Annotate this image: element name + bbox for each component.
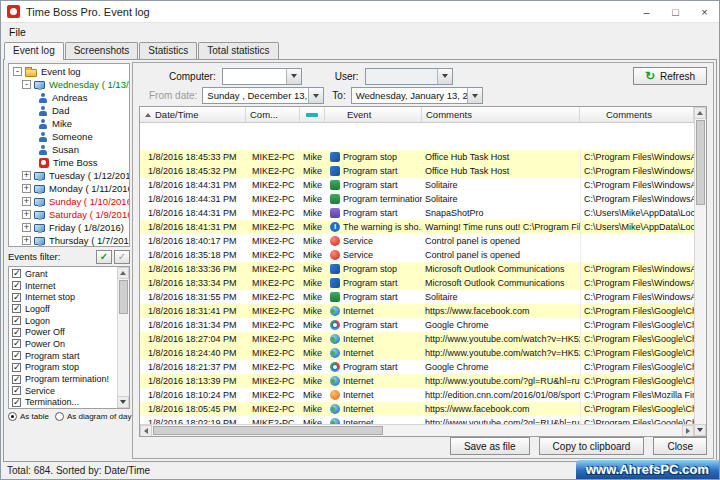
select-all-filters-button[interactable] bbox=[96, 250, 112, 264]
tree-item-event-log[interactable]: -Event log bbox=[9, 65, 129, 78]
filter-checkbox[interactable] bbox=[12, 339, 21, 348]
filter-scrollbar[interactable] bbox=[117, 267, 129, 408]
filter-item-power-off[interactable]: Power Off bbox=[9, 326, 117, 338]
filter-item-logoff[interactable]: Logoff bbox=[9, 303, 117, 315]
event-row[interactable]: 1/8/2016 18:33:34 PMMIKE2-PCMikeProgram … bbox=[140, 276, 694, 290]
computer-select[interactable] bbox=[222, 68, 302, 85]
tree-item-wednesday-1-13-2016[interactable]: -Wednesday ( 1/13/2016) bbox=[9, 78, 129, 91]
tree-expander-icon[interactable]: + bbox=[22, 197, 31, 206]
event-row[interactable]: 1/8/2016 18:31:34 PMMIKE2-PCMikeProgram … bbox=[140, 318, 694, 332]
event-row[interactable]: 1/8/2016 18:44:31 PMMIKE2-PCMikeProgram … bbox=[140, 178, 694, 192]
to-date-picker[interactable]: Wednesday, January 13, 2016 bbox=[351, 87, 483, 104]
refresh-button[interactable]: Refresh bbox=[633, 67, 707, 85]
event-row[interactable]: 1/8/2016 18:10:24 PMMIKE2-PCMikeInternet… bbox=[140, 388, 694, 402]
event-row[interactable]: 1/8/2016 18:41:31 PMMIKE2-PCMikeThe warn… bbox=[140, 220, 694, 234]
close-window-button[interactable]: × bbox=[690, 1, 719, 22]
tree-item-monday-1-11-2016[interactable]: +Monday ( 1/11/2016) bbox=[9, 182, 129, 195]
close-button[interactable]: Close bbox=[653, 437, 707, 455]
scroll-down-icon[interactable] bbox=[694, 424, 706, 436]
event-row[interactable]: 1/8/2016 18:05:45 PMMIKE2-PCMikeInternet… bbox=[140, 402, 694, 416]
event-row[interactable]: 1/8/2016 18:45:32 PMMIKE2-PCMikeProgram … bbox=[140, 164, 694, 178]
column-header-comments[interactable]: Comments bbox=[422, 107, 580, 122]
filter-checkbox[interactable] bbox=[12, 398, 21, 407]
event-row[interactable]: 1/8/2016 18:21:37 PMMIKE2-PCMikeProgram … bbox=[140, 360, 694, 374]
event-row[interactable]: 1/8/2016 18:31:55 PMMIKE2-PCMikeProgram … bbox=[140, 290, 694, 304]
filter-checkbox[interactable] bbox=[12, 328, 21, 337]
event-row[interactable]: 1/8/2016 18:35:18 PMMIKE2-PCMikeServiceC… bbox=[140, 248, 694, 262]
menu-file[interactable]: File bbox=[9, 26, 26, 38]
minimize-button[interactable]: – bbox=[632, 1, 661, 22]
event-row[interactable]: 1/8/2016 18:13:39 PMMIKE2-PCMikeInternet… bbox=[140, 374, 694, 388]
filter-item-program-stop[interactable]: Program stop bbox=[9, 362, 117, 374]
tree-item-time-boss[interactable]: Time Boss bbox=[9, 156, 129, 169]
chevron-down-icon[interactable] bbox=[437, 69, 452, 84]
filter-item-service[interactable]: Service bbox=[9, 385, 117, 397]
column-header-user[interactable] bbox=[300, 107, 325, 122]
scroll-up-icon[interactable] bbox=[117, 267, 129, 279]
event-row[interactable]: 1/8/2016 18:02:19 PMMIKE2-PCMikeInternet… bbox=[140, 416, 694, 424]
filter-item-logon[interactable]: Logon bbox=[9, 315, 117, 327]
event-row[interactable]: 1/8/2016 18:44:31 PMMIKE2-PCMikeProgram … bbox=[140, 206, 694, 220]
from-date-picker[interactable]: Sunday , December 13, 2015 bbox=[202, 87, 324, 104]
tree-expander-icon[interactable]: + bbox=[22, 236, 31, 245]
event-row[interactable]: 1/8/2016 18:44:31 PMMIKE2-PCMikeProgram … bbox=[140, 192, 694, 206]
scrollbar-thumb[interactable] bbox=[119, 280, 128, 314]
tab-total-statistics[interactable]: Total statistics bbox=[198, 42, 278, 59]
tree-expander-icon[interactable]: + bbox=[22, 210, 31, 219]
filter-checkbox[interactable] bbox=[12, 304, 21, 313]
tree-item-dad[interactable]: Dad bbox=[9, 104, 129, 117]
filter-item-program-start[interactable]: Program start bbox=[9, 350, 117, 362]
tree-expander-icon[interactable]: + bbox=[22, 184, 31, 193]
tree-item-sunday-1-10-2016[interactable]: +Sunday ( 1/10/2016) bbox=[9, 195, 129, 208]
scrollbar-thumb[interactable] bbox=[696, 120, 705, 205]
tree-item-andreas[interactable]: Andreas bbox=[9, 91, 129, 104]
tree-item-thursday-1-7-2016[interactable]: +Thursday ( 1/7/2016) bbox=[9, 234, 129, 247]
column-header-computer[interactable]: Com... bbox=[246, 107, 300, 122]
tree-expander-icon[interactable]: + bbox=[22, 223, 31, 232]
column-header-datetime[interactable]: Date/Time bbox=[140, 107, 246, 122]
scroll-up-icon[interactable] bbox=[694, 107, 706, 119]
filter-item-internet[interactable]: Internet bbox=[9, 280, 117, 292]
tree-item-saturday-1-9-2016[interactable]: +Saturday ( 1/9/2016) bbox=[9, 208, 129, 221]
tab-statistics[interactable]: Statistics bbox=[139, 42, 197, 59]
event-row[interactable]: 1/8/2016 18:33:36 PMMIKE2-PCMikeProgram … bbox=[140, 262, 694, 276]
event-row[interactable]: 1/8/2016 18:45:33 PMMIKE2-PCMikeProgram … bbox=[140, 150, 694, 164]
copy-to-clipboard-button[interactable]: Copy to clipboard bbox=[539, 437, 645, 455]
save-as-file-button[interactable]: Save as file bbox=[450, 437, 530, 455]
filter-checkbox[interactable] bbox=[12, 281, 21, 290]
event-row[interactable]: 1/8/2016 18:31:41 PMMIKE2-PCMikeInternet… bbox=[140, 304, 694, 318]
as-diagram-radio[interactable]: As diagram of day bbox=[55, 412, 131, 421]
maximize-button[interactable]: □ bbox=[661, 1, 690, 22]
tab-event-log[interactable]: Event log bbox=[4, 42, 64, 60]
tree-expander-icon[interactable]: + bbox=[22, 171, 31, 180]
filter-item-power-on[interactable]: Power On bbox=[9, 338, 117, 350]
as-table-radio[interactable]: As table bbox=[8, 412, 49, 421]
event-row[interactable]: 1/8/2016 18:24:40 PMMIKE2-PCMikeInternet… bbox=[140, 346, 694, 360]
filter-checkbox[interactable] bbox=[12, 316, 21, 325]
chevron-down-icon[interactable] bbox=[308, 88, 323, 103]
user-select[interactable] bbox=[365, 68, 453, 85]
vertical-scrollbar[interactable] bbox=[694, 107, 706, 436]
tree-item-susan[interactable]: Susan bbox=[9, 143, 129, 156]
filter-checkbox[interactable] bbox=[12, 363, 21, 372]
event-row[interactable]: 1/8/2016 18:40:17 PMMIKE2-PCMikeServiceC… bbox=[140, 234, 694, 248]
filter-checkbox[interactable] bbox=[12, 351, 21, 360]
filter-item-grant[interactable]: Grant bbox=[9, 268, 117, 280]
scroll-right-icon[interactable] bbox=[682, 425, 694, 436]
scroll-down-icon[interactable] bbox=[117, 396, 129, 408]
event-row[interactable]: 1/8/2016 18:27:04 PMMIKE2-PCMikeInternet… bbox=[140, 332, 694, 346]
column-header-event[interactable]: Event bbox=[325, 107, 422, 122]
tree-expander-icon[interactable]: - bbox=[13, 67, 22, 76]
tree-item-mike[interactable]: Mike bbox=[9, 117, 129, 130]
tab-screenshots[interactable]: Screenshots bbox=[65, 42, 139, 59]
tree-expander-icon[interactable]: - bbox=[22, 80, 31, 89]
filter-checkbox[interactable] bbox=[12, 293, 21, 302]
tree-item-friday-1-8-2016[interactable]: +Friday ( 1/8/2016) bbox=[9, 221, 129, 234]
column-header-comments-2[interactable]: Comments bbox=[580, 107, 694, 122]
tree-item-tuesday-1-12-2016[interactable]: +Tuesday ( 1/12/2016) bbox=[9, 169, 129, 182]
filter-checkbox[interactable] bbox=[12, 375, 21, 384]
filter-checkbox[interactable] bbox=[12, 269, 21, 278]
clear-all-filters-button[interactable] bbox=[114, 250, 130, 264]
filter-checkbox[interactable] bbox=[12, 386, 21, 395]
scroll-left-icon[interactable] bbox=[140, 425, 152, 436]
